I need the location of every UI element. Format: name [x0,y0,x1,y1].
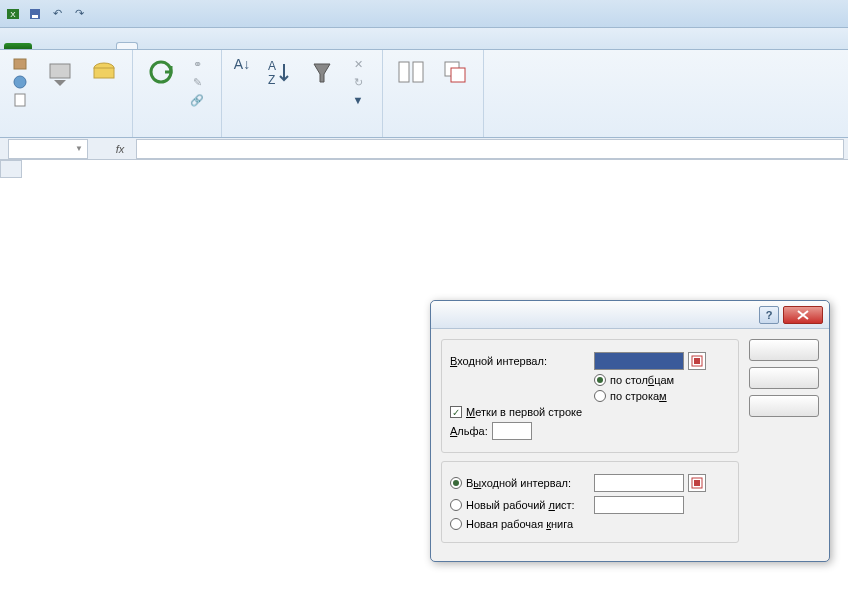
ok-button[interactable] [749,339,819,361]
tab-insert[interactable] [56,43,76,49]
svg-rect-13 [399,62,409,82]
radio-dot-icon [594,390,606,402]
properties-button[interactable]: ✎ [189,74,209,90]
clear-icon: ✕ [350,56,366,72]
labels-first-row-checkbox[interactable]: Метки в первой строке [450,406,582,418]
from-text-button[interactable] [12,92,32,108]
tab-formulas[interactable] [96,43,116,49]
other-sources-icon [44,56,76,88]
titlebar: X ↶ ↷ [0,0,848,28]
clear-filter-button[interactable]: ✕ [350,56,370,72]
undo-icon[interactable]: ↶ [48,5,66,23]
web-icon [12,74,28,90]
radio-by-rows[interactable]: по строкам [594,390,674,402]
svg-rect-6 [15,94,25,106]
select-all-corner[interactable] [0,160,22,178]
svg-rect-14 [413,62,423,82]
alpha-field[interactable] [492,422,532,440]
funnel-icon [306,56,338,88]
access-icon [12,56,28,72]
external-data-list [8,54,36,110]
redo-icon[interactable]: ↷ [70,5,88,23]
spreadsheet-grid [0,160,848,178]
radio-dot-icon [450,518,462,530]
text-icon [12,92,28,108]
from-access-button[interactable] [12,56,32,72]
connections-list: ⚭ ✎ 🔗 [185,54,213,110]
sort-asc-icon: A↓ [234,56,250,72]
existing-connections-button[interactable] [84,54,124,92]
connections-icon: ⚭ [189,56,205,72]
tab-review[interactable] [138,43,158,49]
radio-dot-icon [594,374,606,386]
save-icon[interactable] [26,5,44,23]
radio-by-columns[interactable]: по столбцам [594,374,674,386]
help-button[interactable]: ? [759,306,779,324]
svg-point-5 [14,76,26,88]
dialog-titlebar[interactable]: ? [431,301,829,329]
output-interval-field[interactable] [594,474,684,492]
sort-asc-button[interactable]: A↓ [230,54,254,74]
text-to-columns-button[interactable] [391,54,431,92]
formula-bar: ▼ fx [0,138,848,160]
svg-text:X: X [10,10,16,19]
excel-icon: X [4,5,22,23]
alpha-label: Альфа: [450,425,488,437]
checkbox-icon [450,406,462,418]
input-interval-label: Входной интервал: [450,355,590,367]
refresh-all-button[interactable] [141,54,181,92]
output-options-group: Выходной интервал: Новый рабочий лист: Н… [441,461,739,543]
radio-dot-icon [450,499,462,511]
ribbon-tabs [0,28,848,50]
from-other-button[interactable] [40,54,80,92]
editlinks-icon: 🔗 [189,92,205,108]
file-tab[interactable] [4,43,32,49]
texttocol-icon [395,56,427,88]
svg-rect-16 [451,68,465,82]
filter-button[interactable] [302,54,342,92]
filter-opts: ✕ ↻ ▼ [346,54,374,110]
refresh-icon [145,56,177,88]
radio-output-interval[interactable]: Выходной интервал: [450,477,590,489]
remove-duplicates-button[interactable] [435,54,475,92]
name-box[interactable]: ▼ [8,139,88,159]
existing-conn-icon [88,56,120,88]
svg-rect-4 [14,59,26,69]
help-dialog-button[interactable] [749,395,819,417]
from-web-button[interactable] [12,74,32,90]
tab-pagelayout[interactable] [76,43,96,49]
input-interval-field[interactable] [594,352,684,370]
refedit-icon[interactable] [688,474,706,492]
sort-icon: AZ [262,56,294,88]
refedit-icon[interactable] [688,352,706,370]
tab-data[interactable] [116,42,138,49]
svg-text:A: A [268,59,276,73]
ribbon: ⚭ ✎ 🔗 A↓ AZ ✕ ↻ ▼ [0,50,848,138]
reapply-button[interactable]: ↻ [350,74,370,90]
edit-links-button[interactable]: 🔗 [189,92,209,108]
svg-rect-9 [94,68,114,78]
chevron-down-icon[interactable]: ▼ [75,144,83,153]
advanced-icon: ▼ [350,92,366,108]
radio-new-workbook[interactable]: Новая рабочая книга [450,518,573,530]
svg-rect-7 [50,64,70,78]
tab-home[interactable] [36,43,56,49]
tab-view[interactable] [158,43,178,49]
svg-rect-18 [694,358,700,364]
fx-button[interactable]: fx [108,143,132,155]
radio-dot-icon [450,477,462,489]
connections-button[interactable]: ⚭ [189,56,209,72]
properties-icon: ✎ [189,74,205,90]
advanced-filter-button[interactable]: ▼ [350,92,370,108]
tab-developer[interactable] [178,43,198,49]
formula-input[interactable] [136,139,844,159]
cancel-button[interactable] [749,367,819,389]
close-button[interactable] [783,306,823,324]
sort-button[interactable]: AZ [258,54,298,92]
svg-rect-3 [32,15,38,18]
svg-text:Z: Z [268,73,275,87]
svg-rect-20 [694,480,700,486]
new-sheet-name-field[interactable] [594,496,684,514]
dedupe-icon [439,56,471,88]
radio-new-sheet[interactable]: Новый рабочий лист: [450,499,590,511]
